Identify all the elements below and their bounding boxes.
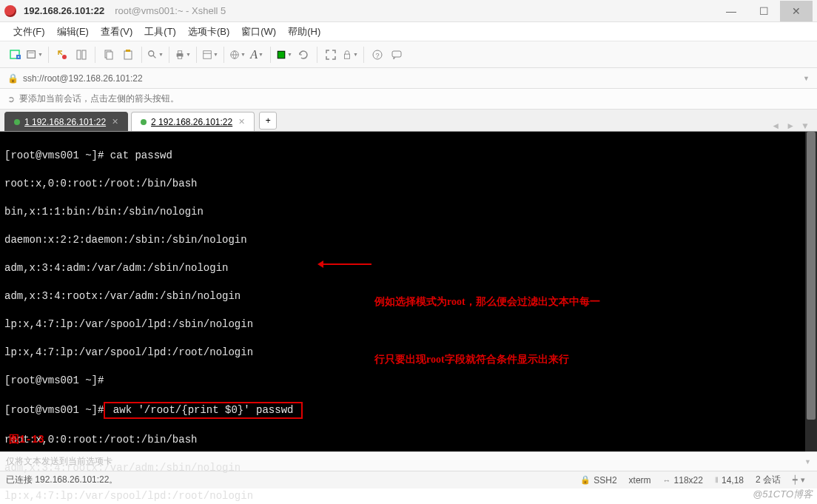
svg-rect-17 xyxy=(278,51,285,58)
terminal-scrollbar[interactable] xyxy=(805,132,817,451)
terminal-line: daemon:x:2:2:daemon:/sbin:/sbin/nologin xyxy=(4,233,801,247)
menu-tools[interactable]: 工具(T) xyxy=(140,24,181,40)
tab-prev-icon[interactable]: ◄ xyxy=(768,121,783,131)
session-tab-1[interactable]: 1 192.168.26.101:22 ✕ xyxy=(4,112,128,131)
tab-label: 1 192.168.26.101:22 xyxy=(24,117,106,127)
title-host: 192.168.26.101:22 xyxy=(24,5,104,16)
svg-rect-12 xyxy=(178,50,181,53)
svg-rect-21 xyxy=(392,51,401,57)
find-icon[interactable]: ▼ xyxy=(147,47,164,63)
hint-text: 要添加当前会话，点击左侧的箭头按钮。 xyxy=(19,93,179,105)
font-icon[interactable]: A▼ xyxy=(249,47,265,63)
terminal-line: adm,x:3:4:rootx:/var/adm:/sbin/nologin xyxy=(4,461,801,475)
scrollbar-thumb[interactable] xyxy=(807,132,816,420)
menu-help[interactable]: 帮助(H) xyxy=(283,24,325,40)
minimize-button[interactable]: — xyxy=(715,1,747,21)
figure-label: 图1-13 xyxy=(9,433,44,447)
properties-icon[interactable]: ▼ xyxy=(202,47,218,63)
svg-rect-9 xyxy=(126,50,130,52)
print-icon[interactable]: ▼ xyxy=(175,47,191,63)
annotation-text: 例如选择模式为root，那么便会过滤出文本中每一 行只要出现root字段就符合条… xyxy=(374,254,600,408)
tab-menu-icon[interactable]: ▼ xyxy=(798,121,813,131)
fullscreen-icon[interactable] xyxy=(323,47,339,63)
paste-icon[interactable] xyxy=(120,47,136,63)
highlighted-command: awk '/root/{print $0}' passwd xyxy=(104,402,302,419)
svg-point-3 xyxy=(62,55,67,59)
app-icon xyxy=(4,5,16,17)
lock-icon[interactable]: ▼ xyxy=(342,47,358,63)
status-dot-icon xyxy=(14,119,20,125)
copy-icon[interactable] xyxy=(101,47,117,63)
menu-edit[interactable]: 编辑(E) xyxy=(53,24,93,40)
svg-rect-2 xyxy=(27,50,36,58)
menu-file[interactable]: 文件(F) xyxy=(9,24,50,40)
session-tab-2[interactable]: 2 192.168.26.101:22 ✕ xyxy=(131,112,255,131)
menu-window[interactable]: 窗口(W) xyxy=(237,24,280,40)
status-dot-icon xyxy=(141,119,147,125)
address-bar[interactable]: 🔒 ssh://root@192.168.26.101:22 ▼ xyxy=(0,68,817,89)
open-session-icon[interactable]: ▼ xyxy=(27,47,43,63)
hint-bar: ➲ 要添加当前会话，点击左侧的箭头按钮。 xyxy=(0,89,817,110)
svg-rect-14 xyxy=(204,50,212,58)
refresh-icon[interactable] xyxy=(295,47,312,63)
tab-bar: 1 192.168.26.101:22 ✕ 2 192.168.26.101:2… xyxy=(0,110,817,132)
svg-text:?: ? xyxy=(375,52,379,59)
svg-rect-13 xyxy=(178,56,181,58)
disconnect-icon[interactable] xyxy=(73,47,90,63)
menu-view[interactable]: 查看(V) xyxy=(96,24,137,40)
add-tab-button[interactable]: + xyxy=(259,112,277,130)
menu-tabs[interactable]: 选项卡(B) xyxy=(184,24,234,40)
terminal-line: lp:x,4:7:lp:/var/spool/lpd:/root/nologin xyxy=(4,489,801,503)
tab-close-icon[interactable]: ✕ xyxy=(238,117,245,127)
tab-next-icon[interactable]: ► xyxy=(783,121,798,131)
terminal-output[interactable]: [root@vms001 ~]# cat passwd root:x,0:0:r… xyxy=(0,132,805,451)
svg-rect-7 xyxy=(107,52,112,59)
svg-rect-8 xyxy=(124,51,132,59)
svg-rect-5 xyxy=(82,50,86,59)
annotation-arrow xyxy=(320,263,371,265)
title-subtitle: root@vms001:~ - Xshell 5 xyxy=(115,5,226,16)
help-icon[interactable]: ? xyxy=(369,47,386,63)
svg-rect-4 xyxy=(77,50,81,59)
close-button[interactable]: ✕ xyxy=(780,1,813,21)
svg-point-10 xyxy=(149,50,154,56)
terminal-line: bin,x:1:1:bin:/bin:/sbin/nologin xyxy=(4,205,801,219)
tab-close-icon[interactable]: ✕ xyxy=(112,117,118,127)
color-scheme-icon[interactable]: ▼ xyxy=(276,47,292,63)
terminal-area: [root@vms001 ~]# cat passwd root:x,0:0:r… xyxy=(0,132,817,451)
terminal-line: root:x,0:0:root:/root:/bin/bash xyxy=(4,433,801,447)
reconnect-icon[interactable] xyxy=(54,47,70,63)
language-icon[interactable]: ▼ xyxy=(229,47,246,63)
chat-icon[interactable] xyxy=(389,47,405,63)
window-titlebar: 192.168.26.101:22 root@vms001:~ - Xshell… xyxy=(0,0,817,22)
toolbar: ▼ ▼ ▼ ▼ ▼ A▼ ▼ ▼ ? xyxy=(0,41,817,68)
new-session-icon[interactable] xyxy=(7,47,24,63)
add-session-arrow-icon[interactable]: ➲ xyxy=(7,94,15,104)
tab-label: 2 192.168.26.101:22 xyxy=(151,117,232,127)
maximize-button[interactable]: ☐ xyxy=(747,1,780,21)
svg-rect-18 xyxy=(345,54,350,58)
terminal-line: root:x,0:0:root:/root:/bin/bash xyxy=(4,177,801,191)
menubar: 文件(F) 编辑(E) 查看(V) 工具(T) 选项卡(B) 窗口(W) 帮助(… xyxy=(0,22,817,41)
terminal-line: [root@vms001 ~]# cat passwd xyxy=(4,149,801,163)
address-text: ssh://root@192.168.26.101:22 xyxy=(23,73,143,84)
lock-small-icon: 🔒 xyxy=(7,73,19,84)
